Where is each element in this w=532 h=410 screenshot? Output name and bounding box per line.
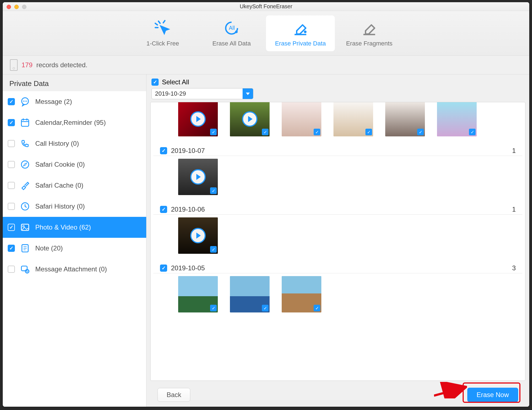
sidebar-item-safari-cookie[interactable]: Safari Cookie (0) <box>3 154 146 175</box>
checkbox[interactable] <box>8 119 15 126</box>
tab-erase-private-data[interactable]: Erase Private Data <box>266 15 335 51</box>
media-thumbnail[interactable]: ✓ <box>385 102 425 136</box>
date-group-header: 2019-10-06 1 <box>153 201 522 215</box>
sidebar-item-note[interactable]: Note (20) <box>3 238 146 259</box>
minimize-window-icon[interactable] <box>14 5 19 9</box>
tab-label: Erase Private Data <box>275 40 326 47</box>
tab-label: Erase Fragments <box>346 40 393 47</box>
date-group-header: 2019-10-05 3 <box>153 259 522 273</box>
records-count: 179 <box>21 61 32 69</box>
app-window: UkeySoft FoneEraser 1-Click Free All Era… <box>3 2 529 407</box>
sidebar-item-label: Safari History (0) <box>35 203 85 210</box>
thumb-checkbox[interactable]: ✓ <box>262 305 268 311</box>
svg-point-16 <box>23 225 24 227</box>
records-text: records detected. <box>36 61 87 69</box>
thumb-checkbox[interactable]: ✓ <box>469 129 476 135</box>
media-thumbnail[interactable]: ✓ <box>178 102 218 136</box>
brush-icon <box>20 180 30 191</box>
media-thumbnail[interactable]: ✓ <box>230 276 270 312</box>
tab-erase-fragments[interactable]: Erase Fragments <box>335 15 404 51</box>
sidebar-item-photo-video[interactable]: Photo & Video (62) <box>3 217 146 238</box>
group-count: 1 <box>512 147 516 155</box>
close-window-icon[interactable] <box>7 5 11 9</box>
date-dropdown[interactable]: 2019-10-29 <box>151 88 253 99</box>
sidebar-item-label: Safari Cache (0) <box>35 182 83 189</box>
group-checkbox[interactable] <box>160 147 167 154</box>
gallery-scroll[interactable]: ✓ ✓ ✓ ✓ ✓ ✓ 2019-10-07 1 ✓ 2019- <box>150 102 525 381</box>
media-thumbnail[interactable]: ✓ <box>230 102 270 136</box>
svg-point-6 <box>23 101 24 102</box>
sidebar-item-label: Message Attachment (0) <box>35 265 107 273</box>
checkbox[interactable] <box>8 224 15 231</box>
group-checkbox[interactable] <box>160 206 167 213</box>
date-dropdown-value: 2019-10-29 <box>152 90 243 97</box>
maximize-window-icon[interactable] <box>22 5 26 9</box>
thumb-checkbox[interactable]: ✓ <box>365 129 372 135</box>
sidebar-item-label: Safari Cookie (0) <box>35 161 85 168</box>
checkbox[interactable] <box>8 161 15 168</box>
checkbox[interactable] <box>8 182 15 189</box>
sidebar: Private Data Message (2) Calendar,Remind… <box>3 74 146 407</box>
thumb-checkbox[interactable]: ✓ <box>210 187 217 194</box>
thumb-checkbox[interactable]: ✓ <box>262 129 268 135</box>
play-icon <box>190 111 206 127</box>
sidebar-item-message-attachment[interactable]: Message Attachment (0) <box>3 259 146 280</box>
tab-one-click-free[interactable]: 1-Click Free <box>128 15 197 51</box>
select-all-label: Select All <box>162 78 189 86</box>
svg-point-7 <box>25 101 26 102</box>
thumb-checkbox[interactable]: ✓ <box>210 305 217 311</box>
checkbox[interactable] <box>8 98 15 105</box>
media-thumbnail[interactable]: ✓ <box>178 217 218 254</box>
click-icon <box>154 20 171 37</box>
select-all-checkbox[interactable] <box>151 79 159 86</box>
group-date: 2019-10-06 <box>171 206 205 213</box>
checkbox[interactable] <box>8 203 15 210</box>
phone-call-icon <box>20 138 30 149</box>
media-thumbnail[interactable]: ✓ <box>333 102 373 136</box>
phone-icon <box>10 59 18 71</box>
sidebar-item-safari-cache[interactable]: Safari Cache (0) <box>3 175 146 196</box>
thumb-checkbox[interactable]: ✓ <box>314 305 320 311</box>
window-title: UkeySoft FoneEraser <box>240 3 292 10</box>
thumb-checkbox[interactable]: ✓ <box>210 246 217 253</box>
group-date: 2019-10-07 <box>171 147 205 155</box>
sidebar-item-label: Calendar,Reminder (95) <box>35 119 106 126</box>
message-icon <box>20 96 30 107</box>
media-thumbnail[interactable]: ✓ <box>437 102 477 136</box>
media-thumbnail[interactable]: ✓ <box>282 276 321 312</box>
sidebar-item-label: Message (2) <box>35 98 72 106</box>
media-thumbnail[interactable]: ✓ <box>178 276 218 312</box>
checkbox[interactable] <box>8 140 15 147</box>
thumb-checkbox[interactable]: ✓ <box>417 129 424 135</box>
svg-point-13 <box>21 161 29 168</box>
media-thumbnail[interactable]: ✓ <box>178 159 218 195</box>
sidebar-item-call-history[interactable]: Call History (0) <box>3 133 146 154</box>
sidebar-item-safari-history[interactable]: Safari History (0) <box>3 196 146 217</box>
thumb-checkbox[interactable]: ✓ <box>314 129 320 135</box>
svg-point-3 <box>304 30 307 33</box>
footer-bar: Back Erase Now <box>146 383 529 407</box>
sidebar-item-calendar[interactable]: Calendar,Reminder (95) <box>3 112 146 133</box>
media-thumbnail[interactable]: ✓ <box>282 102 321 136</box>
svg-point-8 <box>26 101 27 102</box>
sidebar-item-message[interactable]: Message (2) <box>3 91 146 112</box>
checkbox[interactable] <box>8 266 15 273</box>
compass-icon <box>20 159 30 170</box>
chevron-down-icon[interactable] <box>243 88 253 99</box>
erase-now-button[interactable]: Erase Now <box>467 388 518 402</box>
svg-point-1 <box>235 30 238 33</box>
group-checkbox[interactable] <box>160 265 167 272</box>
select-all-row: Select All <box>146 74 529 87</box>
titlebar: UkeySoft FoneEraser <box>3 2 529 11</box>
date-group-header: 2019-10-07 1 <box>153 142 522 156</box>
image-icon <box>20 222 30 233</box>
sidebar-item-label: Note (20) <box>35 244 63 252</box>
back-button[interactable]: Back <box>158 388 190 402</box>
eraser-fragments-icon <box>361 20 378 37</box>
window-controls <box>7 5 26 9</box>
checkbox[interactable] <box>8 245 15 252</box>
calendar-icon <box>20 117 30 128</box>
group-count: 3 <box>512 264 516 272</box>
tab-erase-all-data[interactable]: All Erase All Data <box>197 15 266 51</box>
thumb-checkbox[interactable]: ✓ <box>210 129 217 135</box>
